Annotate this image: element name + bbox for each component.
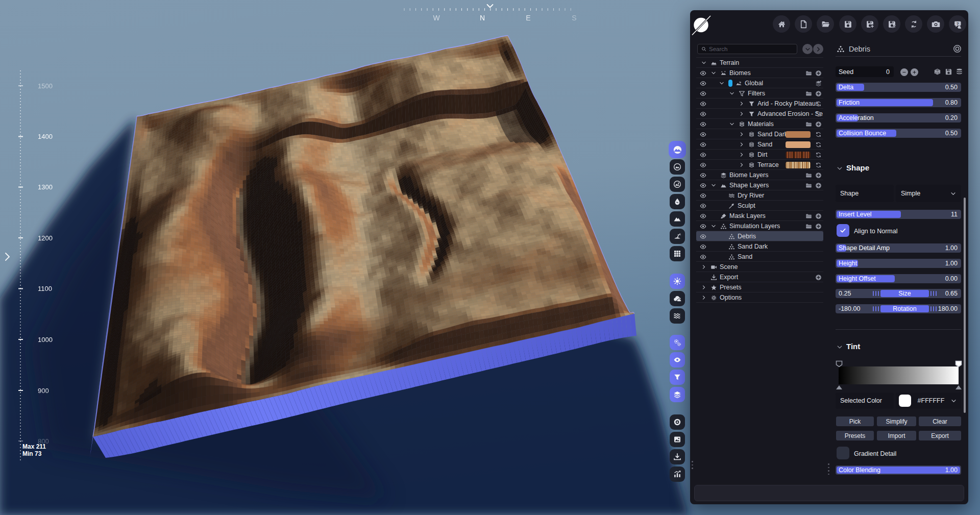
material-swatch[interactable] — [786, 152, 811, 158]
clear-button[interactable]: Clear — [919, 416, 961, 426]
toolbar-layers-button[interactable] — [670, 387, 685, 402]
new-file-button[interactable] — [795, 15, 812, 33]
refresh-icon[interactable] — [815, 101, 822, 107]
pick-button[interactable]: Pick — [836, 416, 874, 426]
expander-chevron-down-icon[interactable] — [729, 119, 734, 129]
visibility-eye-icon[interactable] — [700, 68, 706, 78]
folder-icon[interactable] — [805, 90, 812, 97]
visibility-eye-icon[interactable] — [700, 160, 706, 170]
plus-icon[interactable] — [815, 121, 822, 128]
tree-row-sand-dark[interactable]: Sand Dark — [696, 241, 823, 252]
toolbar-waves-button[interactable] — [670, 308, 685, 324]
refresh-icon[interactable] — [815, 141, 822, 148]
slider-friction[interactable]: Friction 0.80 — [836, 98, 961, 107]
home-button[interactable] — [773, 15, 790, 33]
tree-row-presets[interactable]: Presets — [696, 282, 823, 292]
tree-row-sand-dark[interactable]: Sand Dark — [696, 129, 823, 139]
visibility-eye-icon[interactable] — [700, 170, 706, 180]
visibility-eye-icon[interactable] — [700, 139, 706, 150]
toolbar-water-drop-button[interactable] — [670, 194, 685, 209]
visibility-eye-icon[interactable] — [700, 211, 706, 221]
tree-row-debris[interactable]: Debris — [696, 231, 823, 241]
slider-shape-detail-amp[interactable]: Shape Detail Amp 1.00 — [836, 243, 961, 253]
expander-chevron-right-icon[interactable] — [701, 262, 706, 272]
expander-chevron-down-icon[interactable] — [711, 68, 716, 78]
range-pill[interactable]: Size — [880, 290, 929, 297]
visibility-eye-icon[interactable] — [700, 99, 706, 109]
visibility-eye-icon[interactable] — [700, 190, 706, 201]
search-next-button[interactable] — [813, 44, 823, 54]
tree-row-dry-river[interactable]: Dry River — [696, 190, 823, 201]
tree-row-options[interactable]: Options — [696, 292, 823, 303]
folder-icon[interactable] — [805, 213, 812, 219]
gradient-marker-left[interactable] — [836, 385, 842, 389]
toolbar-sun-button[interactable] — [670, 274, 685, 289]
material-swatch[interactable] — [786, 141, 811, 148]
visibility-eye-icon[interactable] — [700, 241, 706, 252]
tree-row-mask-layers[interactable]: Mask Layers — [696, 211, 823, 221]
toolbar-grid-button[interactable] — [670, 246, 685, 261]
plus-icon[interactable] — [815, 213, 822, 219]
slider-insert-level[interactable]: Insert Level 11 — [836, 210, 961, 219]
visibility-eye-icon[interactable] — [700, 231, 706, 241]
refresh-icon[interactable] — [815, 152, 822, 158]
expander-chevron-right-icon[interactable] — [739, 129, 744, 139]
seed-history-icon[interactable] — [955, 68, 963, 76]
shape-field-dropdown[interactable]: Simple — [896, 185, 961, 202]
tree-row-biome-layers[interactable]: Biome Layers — [696, 170, 823, 180]
slider-delta[interactable]: Delta 0.50 — [836, 83, 961, 92]
search-collapse-button[interactable] — [802, 44, 813, 54]
tree-row-global[interactable]: Global — [696, 78, 823, 88]
visibility-eye-icon[interactable] — [700, 150, 706, 160]
expander-chevron-right-icon[interactable] — [739, 109, 744, 119]
dock-resize-handle[interactable] — [692, 461, 693, 469]
folder-icon[interactable] — [805, 182, 812, 189]
expander-chevron-down-icon[interactable] — [711, 221, 716, 231]
tree-row-terrain[interactable]: Terrain — [696, 58, 823, 68]
plus-icon[interactable] — [815, 223, 822, 230]
plus-icon[interactable] — [815, 70, 822, 77]
tree-row-arid-rocky-plateaus[interactable]: Arid - Rocky Plateaus — [696, 99, 823, 109]
tree-row-sand[interactable]: Sand — [696, 252, 823, 262]
align-to-normal-checkbox[interactable] — [837, 224, 849, 237]
presets-button[interactable]: Presets — [836, 431, 874, 440]
toolbar-record-button[interactable] — [670, 414, 685, 430]
tree-row-sculpt[interactable]: Sculpt — [696, 201, 823, 211]
visibility-eye-icon[interactable] — [700, 109, 706, 119]
visibility-eye-icon[interactable] — [700, 119, 706, 129]
layers-add-icon[interactable] — [815, 80, 822, 87]
tree-row-scene[interactable]: Scene — [696, 262, 823, 272]
expander-chevron-right-icon[interactable] — [739, 160, 744, 170]
material-swatch[interactable] — [786, 131, 811, 138]
expander-chevron-right-icon[interactable] — [739, 139, 744, 150]
tree-row-simulation-layers[interactable]: Simulation Layers — [696, 221, 823, 231]
gradient-marker-right[interactable] — [955, 385, 962, 389]
toolbar-image-button[interactable] — [670, 432, 685, 447]
range-size[interactable]: 0.25 Size 0.65 — [836, 289, 961, 298]
expander-chevron-right-icon[interactable] — [701, 282, 706, 292]
slider-acceleration[interactable]: Acceleration 0.20 — [836, 113, 961, 122]
tree-row-advanced-erosion-se[interactable]: Advanced Erosion - Se — [696, 109, 823, 119]
info-icon[interactable] — [953, 44, 962, 53]
toolbar-cloud-button[interactable] — [670, 291, 685, 306]
visibility-eye-icon[interactable] — [700, 201, 706, 211]
toolbar-funnel-button[interactable] — [670, 370, 685, 385]
search-input[interactable]: Search — [697, 44, 797, 54]
expander-chevron-down-icon[interactable] — [701, 58, 706, 68]
slider-collision-bounce[interactable]: Collision Bounce 0.50 — [836, 129, 961, 138]
visibility-eye-icon[interactable] — [700, 221, 706, 231]
expander-chevron-right-icon[interactable] — [739, 99, 744, 109]
visibility-eye-icon[interactable] — [700, 78, 706, 88]
plus-icon[interactable] — [815, 90, 822, 97]
dice-icon[interactable] — [934, 68, 941, 76]
seed-increment-button[interactable] — [911, 68, 918, 76]
range-pill[interactable]: Rotation — [880, 305, 929, 312]
toolbar-sunrise-circle-button[interactable] — [670, 177, 685, 192]
toolbar-eye-button[interactable] — [670, 352, 685, 367]
visibility-eye-icon[interactable] — [700, 88, 706, 99]
slider-color-blending[interactable]: Color Blending 1.00 — [836, 465, 961, 475]
selected-color-dropdown[interactable]: #FFFFFF — [896, 393, 961, 409]
toolbar-stats-button[interactable] — [670, 467, 685, 482]
tree-row-sand[interactable]: Sand — [696, 139, 823, 150]
plus-icon[interactable] — [815, 172, 822, 179]
